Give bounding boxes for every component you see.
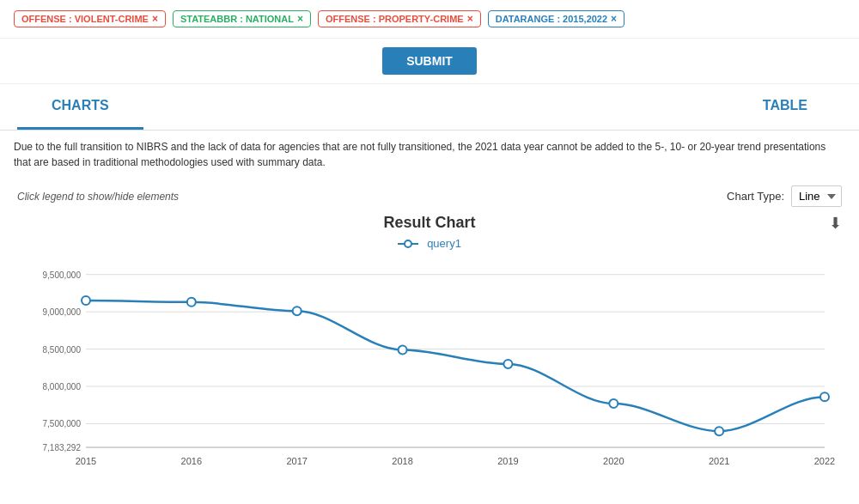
chart-area: Result Chart ⬇ query1 7,183,2927,500,000… (0, 214, 859, 501)
svg-text:2020: 2020 (603, 456, 624, 466)
filter-bar: OFFENSE : VIOLENT-CRIME ×STATEABBR : NAT… (0, 0, 859, 39)
chart-legend[interactable]: query1 (17, 237, 842, 250)
legend-hint: Click legend to show/hide elements (17, 191, 179, 203)
svg-point-1 (405, 240, 411, 247)
filter-tag-stateabbr: STATEABBR : NATIONAL × (173, 10, 311, 27)
svg-point-27 (609, 399, 618, 408)
download-icon[interactable]: ⬇ (829, 214, 842, 233)
submit-button[interactable]: SUBMIT (382, 47, 477, 75)
filter-label: OFFENSE : VIOLENT-CRIME (21, 14, 149, 24)
svg-text:2018: 2018 (392, 456, 412, 466)
svg-text:7,183,292: 7,183,292 (43, 443, 82, 452)
tab-bar: CHARTS TABLE (0, 84, 859, 131)
filter-tag-offense-property: OFFENSE : PROPERTY-CRIME × (318, 10, 481, 27)
svg-text:2022: 2022 (814, 456, 835, 466)
svg-point-29 (820, 392, 829, 401)
svg-text:7,500,000: 7,500,000 (43, 419, 82, 428)
svg-text:8,500,000: 8,500,000 (43, 345, 82, 355)
filter-close-offense-violent[interactable]: × (152, 14, 158, 24)
submit-area: SUBMIT (0, 39, 859, 84)
filter-close-stateabbr[interactable]: × (297, 14, 303, 24)
chart-controls: Click legend to show/hide elements Chart… (0, 179, 859, 214)
svg-text:9,000,000: 9,000,000 (43, 307, 82, 317)
chart-type-label: Chart Type: (727, 190, 784, 203)
svg-point-28 (715, 427, 723, 435)
legend-series-label: query1 (427, 237, 461, 250)
filter-close-offense-property[interactable]: × (467, 14, 473, 24)
svg-text:2021: 2021 (709, 456, 729, 466)
legend-line-icon (398, 238, 423, 250)
svg-point-24 (293, 307, 302, 315)
svg-point-23 (187, 298, 196, 307)
notice-text: Due to the full transition to NIBRS and … (0, 131, 842, 179)
filter-tag-datarange: DATARANGE : 2015,2022 × (488, 10, 624, 27)
filter-tag-offense-violent: OFFENSE : VIOLENT-CRIME × (14, 10, 166, 27)
svg-text:2015: 2015 (76, 456, 96, 466)
tab-table[interactable]: TABLE (728, 84, 842, 130)
filter-label: DATARANGE : 2015,2022 (496, 14, 607, 24)
svg-text:2016: 2016 (181, 456, 202, 466)
chart-type-select[interactable]: Line Bar (791, 185, 842, 207)
filter-label: STATEABBR : NATIONAL (180, 14, 294, 24)
line-chart: 7,183,2927,500,0008,000,0008,500,0009,00… (17, 258, 842, 482)
svg-point-26 (503, 360, 512, 368)
svg-point-22 (82, 296, 90, 305)
svg-point-25 (399, 345, 407, 354)
chart-title: Result Chart (383, 214, 475, 232)
filter-close-datarange[interactable]: × (611, 14, 617, 24)
svg-text:2019: 2019 (497, 456, 518, 466)
svg-text:8,000,000: 8,000,000 (43, 382, 82, 392)
filter-label: OFFENSE : PROPERTY-CRIME (326, 14, 464, 24)
svg-text:9,500,000: 9,500,000 (43, 270, 82, 280)
tab-charts[interactable]: CHARTS (17, 84, 143, 130)
svg-text:2017: 2017 (286, 456, 307, 466)
